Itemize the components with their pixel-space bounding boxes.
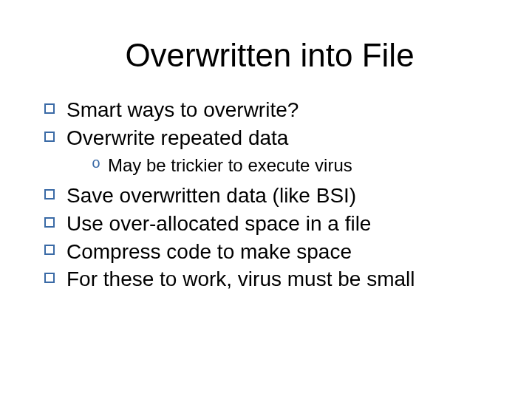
list-item: Overwrite repeated data May be trickier …	[44, 124, 502, 177]
bullet-list: Smart ways to overwrite? Overwrite repea…	[44, 96, 502, 293]
bullet-text: Save overwritten data (like BSI)	[66, 184, 356, 207]
list-item: For these to work, virus must be small	[44, 265, 502, 293]
slide: Overwritten into File Smart ways to over…	[0, 0, 532, 399]
list-item: May be trickier to execute virus	[92, 154, 502, 177]
list-item: Save overwritten data (like BSI)	[44, 182, 502, 210]
list-item: Smart ways to overwrite?	[44, 96, 502, 124]
bullet-text: Smart ways to overwrite?	[66, 98, 299, 121]
bullet-text: Compress code to make space	[66, 240, 352, 263]
bullet-text: For these to work, virus must be small	[66, 267, 415, 290]
list-item: Use over-allocated space in a file	[44, 210, 502, 238]
list-item: Compress code to make space	[44, 238, 502, 266]
slide-title: Overwritten into File	[37, 37, 502, 74]
sub-bullet-list: May be trickier to execute virus	[92, 154, 502, 177]
bullet-text: Use over-allocated space in a file	[66, 212, 371, 235]
bullet-text: May be trickier to execute virus	[108, 155, 352, 175]
bullet-text: Overwrite repeated data	[66, 126, 288, 149]
